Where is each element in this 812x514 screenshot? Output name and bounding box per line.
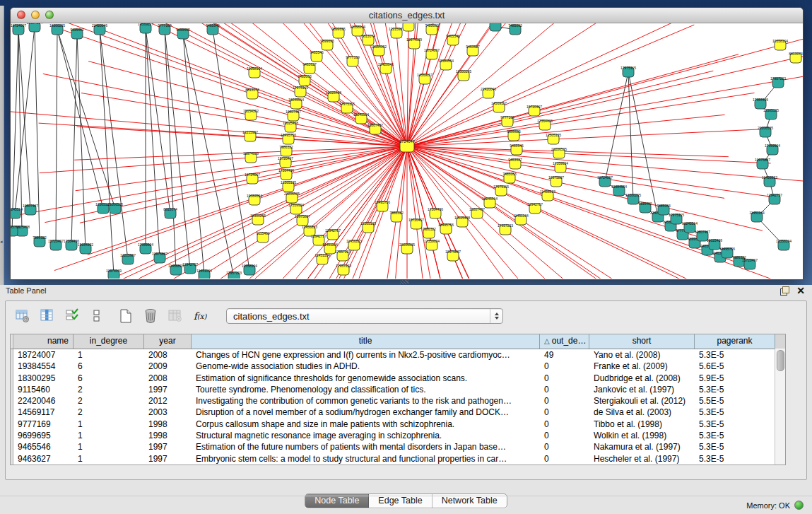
network-node[interactable]: 14569117	[417, 73, 433, 84]
network-node[interactable]: 18300295	[49, 23, 65, 35]
network-node[interactable]: 15720407	[742, 258, 758, 269]
network-node[interactable]: 17364436	[428, 207, 443, 218]
network-node[interactable]: 10975887	[548, 175, 564, 187]
table-cell[interactable]: 1997	[144, 441, 192, 452]
network-node[interactable]: 20206535	[107, 202, 123, 214]
network-node[interactable]: 7485063	[425, 23, 439, 35]
network-node[interactable]: 12215987	[242, 130, 258, 141]
table-cell[interactable]: 5.3E-5	[695, 453, 775, 465]
table-row[interactable]: 977716911998Corpus callosum shape and si…	[11, 419, 785, 430]
network-node[interactable]: 15154392	[371, 45, 387, 56]
table-cell[interactable]: 5.3E-5	[695, 419, 775, 430]
network-node[interactable]: 17359924	[765, 144, 780, 155]
network-node[interactable]: 7986322	[389, 211, 404, 222]
table-cell[interactable]: 1998	[144, 430, 192, 441]
network-node[interactable]: 12215987	[389, 27, 404, 38]
network-node[interactable]: 12942757	[767, 193, 782, 204]
network-node[interactable]: 9699695	[320, 39, 334, 50]
minimize-window-button[interactable]	[31, 11, 40, 19]
network-node[interactable]: 17957223	[226, 271, 242, 279]
network-node[interactable]: 9699695	[331, 27, 346, 38]
network-node[interactable]: 18495756	[375, 200, 390, 211]
table-row[interactable]: 946554611997Estimation of the future num…	[11, 441, 785, 452]
column-header-pagerank[interactable]: pagerank	[695, 334, 775, 349]
network-node[interactable]: 12505135	[763, 108, 779, 119]
table-cell[interactable]: 0	[540, 419, 589, 430]
network-node[interactable]: 9463627	[302, 62, 317, 74]
table-cell[interactable]: 5.3E-5	[695, 384, 775, 395]
network-node[interactable]: 11456823	[540, 189, 555, 201]
network-node[interactable]: 18724007	[245, 173, 260, 184]
table-cell[interactable]: 1	[73, 453, 144, 465]
network-node[interactable]: 16245514	[11, 207, 23, 218]
table-cell[interactable]: 2003	[144, 407, 192, 418]
column-header-name[interactable]: name	[13, 334, 73, 349]
scrollbar-thumb[interactable]	[777, 350, 784, 371]
table-cell[interactable]: 2009	[144, 361, 192, 372]
network-node[interactable]: 11456823	[762, 175, 777, 187]
network-node[interactable]: 10025438	[326, 90, 341, 102]
network-node[interactable]: 19384554	[27, 23, 42, 32]
table-cell[interactable]: Changes of HCN gene expression and I(f) …	[192, 349, 540, 361]
table-cell[interactable]: Disruption of a novel member of a sodium…	[192, 407, 540, 418]
network-node[interactable]: 9777169	[500, 115, 514, 127]
table-cell[interactable]: Nakamura et al. (1997)	[589, 441, 695, 452]
table-cell[interactable]: 19384554	[13, 361, 73, 372]
network-node[interactable]: 8813074	[245, 88, 259, 99]
network-node[interactable]: 16245514	[482, 197, 498, 208]
network-node[interactable]: 11456823	[346, 239, 362, 250]
column-header-title[interactable]: title	[192, 334, 540, 349]
table-row[interactable]: 2242004622012Investigating the contribut…	[11, 395, 785, 407]
table-row[interactable]: 969969511998Structural magnetic resonanc…	[11, 430, 785, 441]
table-cell[interactable]: 6	[73, 373, 144, 384]
table-cell[interactable]: 9777169	[13, 419, 73, 430]
network-node[interactable]: 15154392	[243, 109, 259, 120]
table-cell[interactable]: 0	[540, 453, 589, 465]
network-node[interactable]: 14569117	[491, 101, 507, 112]
table-cell[interactable]: 5.9E-5	[695, 373, 775, 384]
table-cell[interactable]: 2	[73, 407, 144, 418]
network-node[interactable]: 18724007	[424, 48, 440, 59]
table-cell[interactable]: 6	[73, 361, 144, 372]
table-cell[interactable]: Embryonic stem cells: a model to study s…	[192, 453, 540, 465]
network-node[interactable]: 17957223	[335, 250, 351, 261]
network-node[interactable]: 8813074	[361, 34, 375, 45]
network-node[interactable]: 15720407	[526, 105, 542, 116]
network-node[interactable]: 10358104	[772, 39, 788, 50]
network-node[interactable]: 16245514	[353, 112, 369, 124]
split-resize-grip[interactable]	[400, 279, 408, 284]
table-cell[interactable]: Wolkin et al. (1998)	[589, 430, 695, 441]
network-node[interactable]: 19384554	[247, 194, 262, 205]
network-node[interactable]: 17364436	[753, 98, 768, 109]
network-node[interactable]: 10025438	[454, 216, 470, 227]
network-node[interactable]: 1724047	[399, 139, 414, 152]
function-builder-icon[interactable]: f(x)	[192, 308, 208, 325]
network-node[interactable]: 20206535	[284, 192, 300, 203]
table-cell[interactable]: 9463627	[13, 453, 73, 465]
network-graph[interactable]: 1872400719384554183002959115460224200461…	[11, 23, 803, 279]
network-node[interactable]: 18300295	[250, 214, 266, 225]
table-cell[interactable]: 0	[540, 430, 589, 441]
table-cell[interactable]: 5.3E-5	[695, 349, 775, 361]
network-node[interactable]: 7485063	[298, 74, 312, 86]
table-cell[interactable]: 18300295	[13, 373, 73, 384]
table-cell[interactable]: 22420046	[13, 395, 73, 407]
network-window[interactable]: citations_edges.txt 18724007193845541830…	[10, 7, 804, 280]
table-cell[interactable]: Yano et al. (2008)	[589, 349, 695, 361]
network-node[interactable]: 22420046	[378, 62, 394, 74]
network-node[interactable]: 7986322	[422, 227, 436, 238]
close-panel-icon[interactable]: ✕	[796, 286, 805, 296]
network-node[interactable]: 9465546	[310, 50, 324, 62]
network-node[interactable]: 10807487	[469, 207, 485, 218]
network-node[interactable]: 17359924	[424, 239, 440, 250]
table-cell[interactable]: 5.6E-5	[695, 361, 775, 372]
select-rows-icon[interactable]	[64, 308, 81, 325]
network-node[interactable]: 9777169	[346, 55, 360, 66]
network-node[interactable]: 10975887	[755, 158, 770, 169]
memory-status-indicator[interactable]	[794, 501, 804, 510]
table-cell[interactable]: Structural magnetic resonance image aver…	[192, 430, 540, 441]
network-node[interactable]: 9699695	[176, 28, 190, 39]
table-cell[interactable]: 5.5E-5	[695, 395, 775, 407]
network-node[interactable]: 9465546	[206, 23, 220, 35]
table-cell[interactable]: 0	[540, 384, 589, 395]
